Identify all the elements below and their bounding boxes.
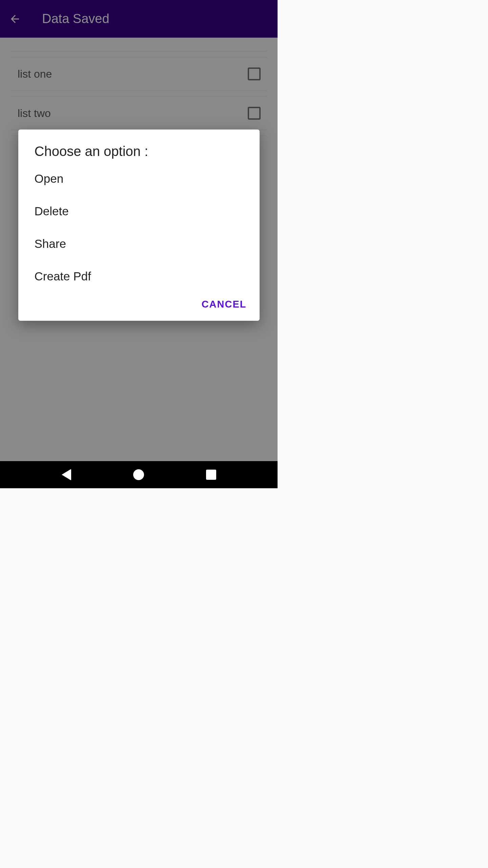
options-dialog: Choose an option : Open Delete Share Cre… <box>18 130 260 321</box>
option-share[interactable]: Share <box>18 228 260 260</box>
nav-back-button[interactable] <box>62 469 71 480</box>
modal-overlay[interactable]: Choose an option : Open Delete Share Cre… <box>0 0 278 461</box>
option-open[interactable]: Open <box>18 162 260 195</box>
nav-home-button[interactable] <box>133 469 144 480</box>
circle-home-icon <box>133 469 144 480</box>
nav-recents-button[interactable] <box>206 470 216 480</box>
dialog-title: Choose an option : <box>18 144 260 162</box>
square-recents-icon <box>206 470 216 480</box>
cancel-button[interactable]: CANCEL <box>202 299 247 310</box>
system-nav-bar <box>0 461 278 488</box>
dialog-actions: CANCEL <box>18 293 260 314</box>
dialog-options-list: Open Delete Share Create Pdf <box>18 162 260 293</box>
option-create-pdf[interactable]: Create Pdf <box>18 260 260 293</box>
option-delete[interactable]: Delete <box>18 195 260 228</box>
triangle-back-icon <box>62 469 71 480</box>
